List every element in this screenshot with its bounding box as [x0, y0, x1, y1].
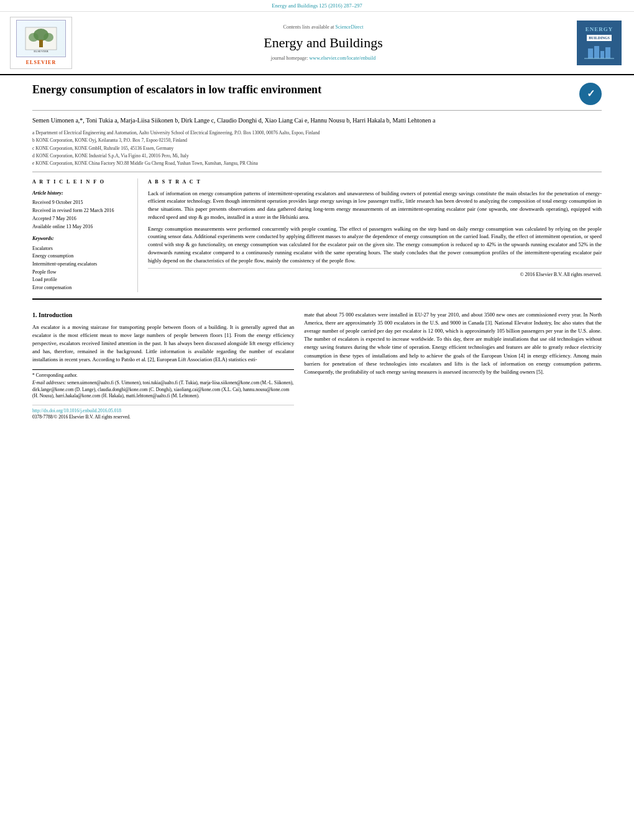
email-label: E-mail addresses: [32, 380, 66, 385]
available-date: Available online 13 May 2016 [32, 223, 130, 230]
abstract-section: A B S T R A C T Lack of information on e… [148, 178, 602, 292]
keyword-1: Escalators [32, 245, 130, 252]
article-info: A R T I C L E I N F O Article history: R… [32, 178, 138, 292]
abstract-paragraph-1: Lack of information on energy consumptio… [148, 190, 602, 221]
section-number: 1. [32, 312, 37, 318]
crossmark-logo: ✓ [579, 83, 602, 105]
article-info-abstract-section: A R T I C L E I N F O Article history: R… [32, 172, 602, 292]
homepage-link[interactable]: www.elsevier.com/locate/enbuild [310, 55, 376, 61]
authors-line: Semen Uimonen a,*, Toni Tukia a, Marja-L… [32, 116, 602, 126]
left-column: 1. Introduction An escalator is a moving… [32, 311, 294, 421]
section-divider [32, 298, 602, 300]
citation-text: Energy and Buildings 125 (2016) 287–297 [272, 2, 362, 9]
elsevier-label: ELSEVIER [26, 59, 56, 66]
journal-center: Contents lists available at ScienceDirec… [80, 17, 567, 69]
elsevier-tree-image: ELSEVIER [16, 20, 66, 57]
article-title: Energy consumption of escalators in low … [32, 83, 569, 97]
accepted-date: Accepted 7 May 2016 [32, 215, 130, 222]
article-title-section: Energy consumption of escalators in low … [32, 83, 602, 111]
intro-paragraph-2: mate that about 75 000 escalators were i… [304, 311, 602, 376]
svg-point-4 [44, 33, 53, 42]
journal-citation: Energy and Buildings 125 (2016) 287–297 [0, 0, 634, 12]
svg-rect-6 [588, 48, 593, 58]
doi-link[interactable]: http://dx.doi.org/10.1016/j.enbuild.2016… [32, 408, 121, 413]
keyword-2: Energy consumption [32, 252, 130, 259]
svg-rect-7 [594, 46, 599, 58]
revised-date: Received in revised form 22 March 2016 [32, 207, 130, 214]
main-content: 1. Introduction An escalator is a moving… [32, 306, 602, 426]
intro-paragraph-1: An escalator is a moving staircase for t… [32, 323, 294, 364]
corresponding-author: * Corresponding author. [32, 372, 294, 379]
doi-section: http://dx.doi.org/10.1016/j.enbuild.2016… [32, 405, 294, 421]
svg-point-3 [29, 33, 39, 42]
sciencedirect-link[interactable]: ScienceDirect [336, 24, 364, 30]
affiliations: a Department of Electrical Engineering a… [32, 129, 602, 167]
svg-rect-9 [605, 47, 610, 58]
affiliation-b: b KONE Corporation, KONE Oyj, Keilaranta… [32, 137, 602, 144]
affiliation-c: c KONE Corporation, KONE GmbH, Ruhralle … [32, 145, 602, 152]
email-addresses: E-mail addresses: semen.uimonen@aalto.fi… [32, 380, 294, 400]
svg-rect-8 [600, 51, 604, 58]
journal-header: ELSEVIER ELSEVIER Contents lists availab… [0, 12, 634, 75]
copyright-notice: © 2016 Elsevier B.V. All rights reserved… [148, 268, 602, 278]
footnote-section: * Corresponding author. E-mail addresses… [32, 369, 294, 400]
energy-logo-box: ENERGY BUILDINGS [577, 21, 622, 65]
journal-title: Energy and Buildings [264, 34, 382, 53]
keywords-heading: Keywords: [32, 235, 130, 242]
journal-homepage: journal homepage: www.elsevier.com/locat… [271, 55, 375, 62]
contents-list-text: Contents lists available at ScienceDirec… [283, 24, 364, 30]
affiliation-a: a Department of Electrical Engineering a… [32, 129, 602, 136]
keyword-6: Error compensation [32, 284, 130, 291]
email-list: semen.uimonen@aalto.fi (S. Uimonen), ton… [32, 380, 293, 399]
affiliation-e: e KONE Corporation, KONE China Factory N… [32, 160, 602, 167]
article-info-heading: A R T I C L E I N F O [32, 178, 130, 185]
article-page: Energy consumption of escalators in low … [0, 75, 634, 433]
keyword-3: Intermittent-operating escalators [32, 261, 130, 267]
svg-rect-2 [39, 40, 43, 47]
abstract-paragraph-2: Energy consumption measurements were per… [148, 225, 602, 265]
introduction-heading: 1. Introduction [32, 311, 294, 320]
elsevier-logo: ELSEVIER ELSEVIER [10, 17, 72, 69]
issn-text: 0378-7788/© 2016 Elsevier B.V. All right… [32, 414, 131, 420]
received-date: Received 9 October 2015 [32, 199, 130, 206]
keyword-5: Load profile [32, 276, 130, 283]
affiliation-d: d KONE Corporation, KONE Industrial S.p.… [32, 152, 602, 159]
abstract-heading: A B S T R A C T [148, 178, 602, 185]
keyword-4: People flow [32, 269, 130, 275]
right-column: mate that about 75 000 escalators were i… [304, 311, 602, 421]
svg-text:ELSEVIER: ELSEVIER [34, 50, 48, 53]
energy-buildings-logo: ENERGY BUILDINGS [574, 17, 624, 69]
history-heading: Article history: [32, 190, 130, 196]
section-title: Introduction [39, 312, 72, 318]
